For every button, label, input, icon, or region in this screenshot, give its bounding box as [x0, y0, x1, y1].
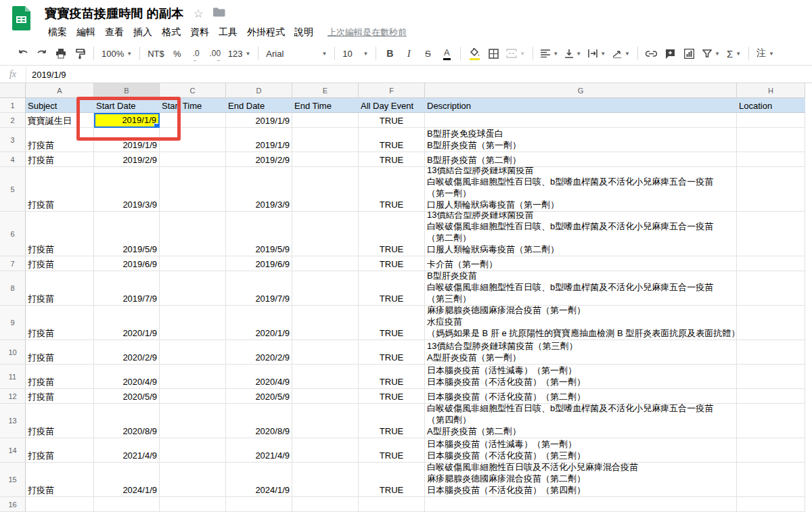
- cell-C4[interactable]: [160, 152, 226, 167]
- font-select[interactable]: Arial▼: [264, 45, 329, 62]
- cell-F10[interactable]: TRUE: [359, 340, 425, 365]
- cell-E1[interactable]: End Time: [292, 98, 359, 113]
- cell-A10[interactable]: 打疫苗: [26, 340, 94, 365]
- cell-G9[interactable]: 麻疹腮腺炎德國麻疹混合疫苗（第一劑）水痘疫苗（媽媽如果是 B 肝 e 抗原陽性的…: [425, 306, 737, 340]
- cell-A15[interactable]: 打疫苗: [26, 463, 94, 497]
- cell-A12[interactable]: 打疫苗: [26, 389, 94, 404]
- column-header-H[interactable]: H: [737, 83, 805, 98]
- text-color-button[interactable]: A: [438, 45, 455, 62]
- cell-H12[interactable]: [737, 389, 805, 404]
- merge-cells-button[interactable]: ▼: [504, 45, 527, 62]
- cell-F13[interactable]: TRUE: [359, 404, 425, 438]
- italic-button[interactable]: I: [401, 45, 417, 62]
- cell-C6[interactable]: [160, 212, 226, 256]
- cell-H7[interactable]: [737, 256, 805, 271]
- select-all-corner[interactable]: [0, 83, 26, 98]
- cell-B15[interactable]: 2024/1/9: [94, 463, 160, 497]
- column-header-G[interactable]: G: [425, 83, 737, 98]
- cell-G8[interactable]: B型肝炎疫苗白喉破傷風非細胞型性百日咳、b型嗜血桿菌及不活化小兒麻痺五合一疫苗（…: [425, 271, 737, 306]
- cell-F2[interactable]: TRUE: [359, 113, 425, 128]
- column-header-C[interactable]: C: [160, 83, 226, 98]
- row-number-5[interactable]: 5: [0, 167, 26, 212]
- cell-G16[interactable]: [425, 497, 737, 512]
- redo-button[interactable]: [34, 45, 50, 62]
- cell-C11[interactable]: [160, 365, 226, 389]
- paint-format-button[interactable]: [72, 45, 88, 62]
- cell-B3[interactable]: 2019/1/9: [94, 128, 160, 152]
- undo-button[interactable]: [15, 45, 31, 62]
- cell-A2[interactable]: 寶寶誕生日: [26, 113, 94, 128]
- insert-chart-button[interactable]: [681, 45, 698, 62]
- cell-H1[interactable]: Location: [737, 98, 805, 113]
- cell-C14[interactable]: [160, 438, 226, 463]
- text-rotation-button[interactable]: ▼: [610, 45, 632, 62]
- cell-H3[interactable]: [737, 128, 805, 152]
- filter-button[interactable]: ▼: [700, 45, 722, 62]
- cell-A6[interactable]: 打疫苗: [26, 212, 94, 256]
- cell-A7[interactable]: 打疫苗: [26, 256, 94, 271]
- row-number-12[interactable]: 12: [0, 389, 26, 404]
- cell-H8[interactable]: [737, 271, 805, 306]
- sheets-logo-icon[interactable]: [12, 6, 30, 30]
- decrease-decimal-button[interactable]: .0←: [188, 45, 204, 62]
- cell-B14[interactable]: 2021/4/9: [94, 438, 160, 463]
- fill-color-button[interactable]: [466, 45, 482, 62]
- cell-A1[interactable]: Subject: [26, 98, 94, 113]
- star-icon[interactable]: ☆: [193, 7, 203, 21]
- menu-item-2[interactable]: 編輯: [72, 25, 100, 40]
- insert-link-button[interactable]: [644, 45, 660, 62]
- cell-C10[interactable]: [160, 340, 226, 365]
- zoom-select[interactable]: 100%▼: [99, 45, 134, 62]
- cell-D10[interactable]: 2020/2/9: [226, 340, 292, 365]
- font-size-select[interactable]: 10▼: [340, 45, 370, 62]
- cell-B6[interactable]: 2019/5/9: [94, 212, 160, 256]
- cell-C3[interactable]: [160, 128, 226, 152]
- cell-C7[interactable]: [160, 256, 226, 271]
- cell-F1[interactable]: All Day Event: [359, 98, 425, 113]
- cell-B13[interactable]: 2020/8/9: [94, 404, 160, 438]
- cell-E7[interactable]: [292, 256, 359, 271]
- cell-E16[interactable]: [292, 497, 359, 512]
- horizontal-align-button[interactable]: ▼: [539, 45, 560, 62]
- number-format-button[interactable]: 123▼: [226, 45, 253, 62]
- row-number-10[interactable]: 10: [0, 340, 26, 365]
- cell-H14[interactable]: [737, 438, 805, 463]
- print-button[interactable]: [53, 45, 69, 62]
- cell-A8[interactable]: 打疫苗: [26, 271, 94, 306]
- cell-F5[interactable]: TRUE: [359, 167, 425, 212]
- row-number-11[interactable]: 11: [0, 365, 26, 389]
- cell-E15[interactable]: [292, 463, 359, 497]
- cell-E9[interactable]: [292, 306, 359, 340]
- row-number-4[interactable]: 4: [0, 152, 26, 167]
- cell-A9[interactable]: 打疫苗: [26, 306, 94, 340]
- cell-C5[interactable]: [160, 167, 226, 212]
- cell-G6[interactable]: 13價結合型肺炎鏈球菌疫苗白喉破傷風非細胞型性百日咳、b型嗜血桿菌及不活化小兒麻…: [425, 212, 737, 256]
- cell-B7[interactable]: 2019/6/9: [94, 256, 160, 271]
- cell-D8[interactable]: 2019/7/9: [226, 271, 292, 306]
- cell-A16[interactable]: [26, 497, 94, 512]
- cell-A13[interactable]: 打疫苗: [26, 404, 94, 438]
- cell-B4[interactable]: 2019/2/9: [94, 152, 160, 167]
- cell-C2[interactable]: [160, 113, 226, 128]
- menu-item-9[interactable]: 說明: [290, 25, 318, 40]
- cell-C9[interactable]: [160, 306, 226, 340]
- cell-H2[interactable]: [737, 113, 805, 128]
- document-title[interactable]: 寶寶疫苗接腫時間 的副本: [45, 5, 183, 22]
- cell-G11[interactable]: 日本腦炎疫苗（活性減毒）（第一劑）日本腦炎疫苗（不活化疫苗）（第一劑）: [425, 365, 737, 389]
- formula-input[interactable]: 2019/1/9: [26, 66, 812, 83]
- menu-item-4[interactable]: 插入: [129, 25, 157, 40]
- row-number-13[interactable]: 13: [0, 404, 26, 438]
- format-currency-button[interactable]: NT$: [145, 45, 166, 62]
- cell-F3[interactable]: TRUE: [359, 128, 425, 152]
- cell-F15[interactable]: TRUE: [359, 463, 425, 497]
- fill-handle[interactable]: [154, 123, 159, 127]
- cell-B1[interactable]: Start Date: [94, 98, 160, 113]
- cell-F16[interactable]: [359, 497, 425, 512]
- cell-E2[interactable]: [292, 113, 359, 128]
- menu-item-3[interactable]: 查看: [100, 25, 129, 40]
- cell-A14[interactable]: 打疫苗: [26, 438, 94, 463]
- row-number-7[interactable]: 7: [0, 256, 26, 271]
- cell-G13[interactable]: 白喉破傷風非細胞型性百日咳、b型嗜血桿菌及不活化小兒麻痺五合一疫苗（第四劑）A型…: [425, 404, 737, 438]
- cell-F7[interactable]: TRUE: [359, 256, 425, 271]
- cell-D7[interactable]: 2019/6/9: [226, 256, 292, 271]
